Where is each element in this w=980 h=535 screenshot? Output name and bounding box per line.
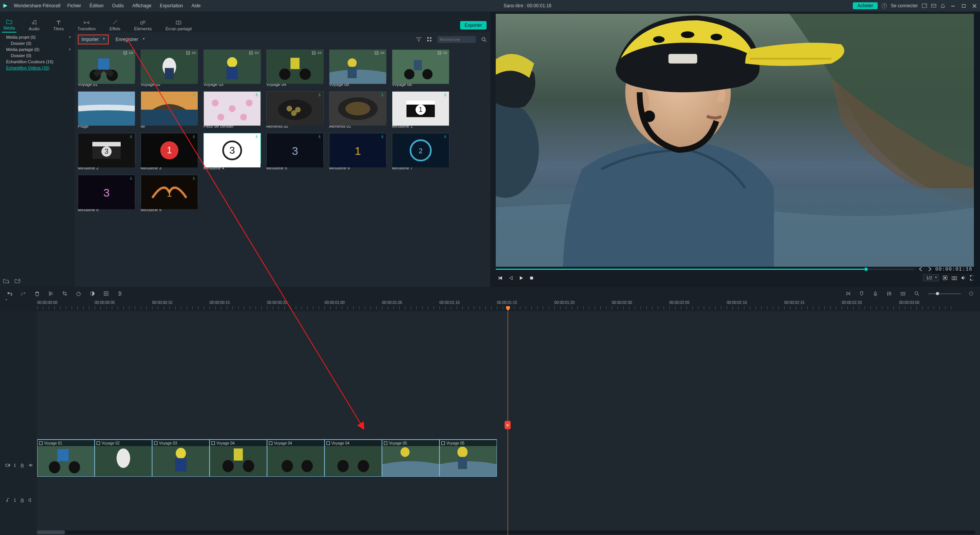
ruler-segment[interactable]: 00:00:00:10 [152,300,210,309]
zoom-to-fit-icon[interactable] [969,292,973,295]
download-icon[interactable] [192,135,196,138]
timeline-clip[interactable]: Voyage 05 [382,439,439,477]
sidebar-item-folder2[interactable]: Dossier (0) [0,53,75,59]
ruler-segment[interactable]: 00:00:00:20 [267,300,324,309]
media-thumb[interactable]: Voyage 05 [329,49,387,87]
ruler-segment[interactable]: 00:00:02:05 [669,300,727,309]
prev-clip-icon[interactable] [918,266,924,272]
download-icon[interactable] [443,93,447,97]
timeline-clip[interactable]: Voyage 01 [37,439,95,477]
media-thumb[interactable]: 1Minuterie 1 [392,91,449,128]
timeline-clip[interactable]: Voyage 04 [324,439,382,477]
ruler-segment[interactable]: 00:00:02:10 [727,300,784,309]
tab-effects[interactable]: Effets [108,11,122,33]
ruler-segment[interactable]: 00:00:00:15 [210,300,267,309]
mute-icon[interactable] [28,498,33,502]
step-back-icon[interactable] [498,276,503,281]
timeline-clip[interactable]: Voyage 04 [210,439,267,477]
media-thumb[interactable]: 3Minuterie 8 [78,175,135,212]
playhead-handle-icon[interactable] [506,306,510,311]
search-input[interactable] [438,36,476,43]
media-thumb[interactable]: Voyage 01 [78,49,135,87]
ruler-segment[interactable]: 00:00:00:05 [95,300,152,309]
media-thumb[interactable]: 1Minuterie 9 [141,175,198,212]
help-icon[interactable]: ? [882,3,887,8]
timeline-zoom-slider[interactable] [928,293,961,294]
video-track-header[interactable]: 1 [0,455,33,476]
media-thumb[interactable]: Plage [78,91,135,128]
download-icon[interactable] [318,93,321,97]
close-button[interactable] [971,2,978,9]
sidebar-item-colors[interactable]: Échantillon Couleurs (15) [0,59,75,65]
split-icon[interactable] [48,291,54,296]
timeline-clip[interactable]: Voyage 03 [152,439,210,477]
menu-help[interactable]: Aide [190,2,202,9]
play-icon[interactable] [519,276,524,281]
preview-viewport[interactable] [496,14,975,267]
media-thumb[interactable]: Voyage 03 [203,49,261,87]
media-thumb[interactable]: 1Minuterie 3 [141,133,198,170]
media-thumb[interactable]: 2Minuterie 7 [392,133,449,170]
ruler-segment[interactable]: 00:00:01:00 [324,300,382,309]
volume-icon[interactable] [961,275,966,281]
ruler-segment[interactable]: 00:00:01:05 [382,300,439,309]
media-thumb[interactable]: 1Minuterie 6 [329,133,387,170]
media-thumb[interactable]: Île [141,91,198,128]
ruler-segment[interactable]: 00:00:02:15 [784,300,842,309]
buy-button[interactable]: Acheter [853,2,878,9]
menu-export[interactable]: Exportation [158,2,185,9]
delete-folder-icon[interactable] [15,278,21,284]
grid-view-icon[interactable] [427,37,432,42]
notification-icon[interactable] [940,3,946,8]
redo-icon[interactable] [21,291,26,296]
media-thumb[interactable]: Voyage 06 [392,49,449,87]
menu-tools[interactable]: Outils [111,2,126,9]
export-button[interactable]: Exporter [460,21,487,30]
ruler-segment[interactable]: 00:00:02:00 [612,300,669,309]
download-icon[interactable] [380,93,384,97]
preview-zoom-select[interactable]: 1/2 [923,274,939,281]
zoom-fit-icon[interactable] [914,291,919,296]
frame-back-icon[interactable] [508,276,513,281]
adjust-icon[interactable] [117,291,123,296]
download-icon[interactable] [255,93,259,97]
quality-icon[interactable] [942,275,948,281]
sidebar-item-folder1[interactable]: Dossier (0) [0,40,75,46]
search-icon[interactable] [481,37,487,42]
timeline-clip[interactable]: Voyage 02 [95,439,152,477]
filter-icon[interactable] [416,37,421,42]
download-icon[interactable] [129,93,133,97]
sidebar-item-videos[interactable]: Échantillon Vidéos (20) [0,65,75,71]
tab-titles[interactable]: Titres [52,11,65,33]
ruler-segment[interactable]: 00:00:00:00 [37,300,95,309]
visibility-icon[interactable] [28,463,33,468]
next-clip-icon[interactable] [927,266,932,272]
scissors-button[interactable] [505,421,511,429]
timeline-clip[interactable]: Voyage 05 [439,439,497,477]
maximize-button[interactable] [960,2,967,9]
minimize-button[interactable] [949,2,956,9]
marker-icon[interactable] [859,291,864,296]
download-icon[interactable] [443,135,447,138]
record-button[interactable]: Enregistrer [113,35,148,44]
menu-view[interactable]: Affichage [131,2,153,9]
media-thumb[interactable]: 3Minuterie 2 [78,133,135,170]
new-folder-icon[interactable] [3,278,9,284]
tab-audio[interactable]: Audio [27,11,41,33]
download-icon[interactable] [192,93,196,97]
tab-transition[interactable]: Transition [76,11,97,33]
speed-icon[interactable] [76,291,81,296]
message-icon[interactable] [931,3,936,8]
undo-icon[interactable] [7,291,12,296]
download-icon[interactable] [318,135,321,138]
tab-media[interactable]: Média [2,11,16,33]
import-button[interactable]: Importer [78,34,109,44]
delete-icon[interactable] [34,291,40,296]
ruler-segment[interactable]: 00:00:03:00 [899,300,957,309]
audio-track-header[interactable]: 1 [0,490,33,510]
download-icon[interactable] [380,135,384,138]
media-thumb[interactable]: 3Minuterie 5 [266,133,324,170]
sidebar-item-project[interactable]: Média projet (0)▾ [0,34,75,40]
tab-elements[interactable]: Éléments [133,11,153,33]
crop-icon[interactable] [62,291,67,296]
